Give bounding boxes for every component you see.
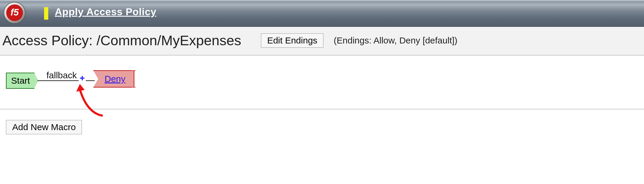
notice-indicator-icon: [44, 7, 48, 20]
start-node-label: Start: [11, 76, 33, 86]
add-action-plus-icon[interactable]: +: [79, 75, 85, 81]
macro-section: Add New Macro: [0, 109, 644, 134]
svg-text:f5: f5: [10, 7, 19, 18]
policy-header: Access Policy: /Common/MyExpenses Edit E…: [0, 27, 644, 55]
start-node[interactable]: Start: [6, 73, 38, 89]
top-banner: f5 Apply Access Policy: [0, 0, 644, 27]
apply-access-policy-link[interactable]: Apply Access Policy: [55, 6, 156, 18]
fallback-branch-label: fallback: [46, 70, 77, 80]
node-tick-icon: [131, 87, 136, 88]
node-tick-icon: [131, 70, 136, 71]
svg-marker-3: [76, 84, 85, 92]
connector-line: [86, 80, 95, 81]
deny-ending-node[interactable]: Deny: [93, 70, 134, 88]
deny-ending-link[interactable]: Deny: [102, 74, 125, 84]
add-new-macro-button[interactable]: Add New Macro: [6, 120, 82, 134]
f5-logo-icon: f5: [3, 1, 26, 24]
edit-endings-button[interactable]: Edit Endings: [261, 33, 323, 48]
policy-title: Access Policy: /Common/MyExpenses: [2, 32, 241, 49]
connector-line: [38, 80, 79, 81]
endings-summary-text: (Endings: Allow, Deny [default]): [334, 35, 457, 46]
policy-flow-canvas: Start fallback + Deny: [0, 55, 644, 109]
